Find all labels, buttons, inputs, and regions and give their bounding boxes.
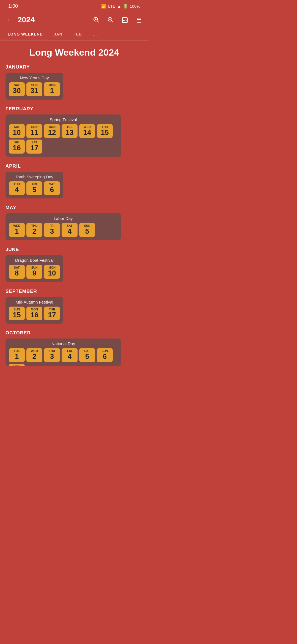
zoom-in-button[interactable] xyxy=(91,15,101,25)
lte-label: LTE xyxy=(108,4,115,9)
day-chip: FRI 3 xyxy=(44,223,60,237)
month-label-april: APRIL xyxy=(6,163,143,169)
month-label-january: JANUARY xyxy=(6,64,143,70)
day-chips: THU 4 FRI 5 SAT 6 xyxy=(9,181,60,195)
holiday-name: Tomb Sweeping Day xyxy=(9,174,60,179)
day-chip: SAT 5 xyxy=(79,348,95,362)
month-label-may: MAY xyxy=(6,205,143,211)
day-chip: FRI 5 xyxy=(26,181,42,195)
day-chip: MON 1 xyxy=(44,82,60,96)
holiday-tomb-sweeping-day: Tomb Sweeping Day THU 4 FRI 5 SAT 6 xyxy=(6,172,63,199)
day-chip: MON 12 xyxy=(44,124,60,138)
holiday-labor-day: Labor Day WED 1 THU 2 FRI 3 SAT 4 xyxy=(6,213,121,240)
zoom-in-icon xyxy=(93,17,100,23)
day-chips: WED 1 THU 2 FRI 3 SAT 4 SUN 5 xyxy=(9,223,118,237)
month-label-september: SEPTEMBER xyxy=(6,289,143,294)
day-chip: MON 16 xyxy=(26,307,42,321)
section-may: MAY Labor Day WED 1 THU 2 FRI 3 SAT 4 xyxy=(6,205,143,240)
day-chip: SAT 6 xyxy=(44,181,60,195)
battery-label: 100% xyxy=(130,4,140,9)
day-chips: SAT 30 SUN 31 MON 1 xyxy=(9,82,60,96)
day-chip: THU 15 xyxy=(97,124,113,138)
day-chip: MON 7 xyxy=(9,364,25,366)
day-chips: SUN 15 MON 16 TUE 17 xyxy=(9,307,60,321)
day-chip: WED 1 xyxy=(9,223,25,237)
section-september: SEPTEMBER Mid-Autumn Festival SUN 15 MON… xyxy=(6,289,143,324)
holiday-name: New Year's Day xyxy=(9,75,60,80)
day-chip: THU 2 xyxy=(26,223,42,237)
day-chip: FRI 16 xyxy=(9,140,25,154)
day-chips: SAT 10 SUN 11 MON 12 TUE 13 WED 14 xyxy=(9,124,118,154)
holiday-new-years-day: New Year's Day SAT 30 SUN 31 MON 1 xyxy=(6,73,63,100)
calendar-view-button[interactable] xyxy=(120,15,130,25)
day-chip: WED 14 xyxy=(79,124,95,138)
day-chip: SUN 5 xyxy=(79,223,95,237)
tab-jan[interactable]: JAN xyxy=(48,29,68,40)
holiday-dragon-boat-festival: Dragon Boat Festival SAT 8 SUN 9 MON 10 xyxy=(6,255,63,282)
svg-line-1 xyxy=(97,21,99,22)
section-april: APRIL Tomb Sweeping Day THU 4 FRI 5 SAT … xyxy=(6,163,143,199)
holiday-spring-festival: Spring Festival SAT 10 SUN 11 MON 12 TUE… xyxy=(6,114,121,157)
day-chip: TUE 17 xyxy=(44,307,60,321)
day-chip: WED 2 xyxy=(26,348,42,362)
holiday-national-day: National Day TUE 1 WED 2 THU 3 FRI 4 xyxy=(6,339,121,366)
holiday-name: Labor Day xyxy=(9,216,118,221)
day-chip: SUN 15 xyxy=(9,307,25,321)
header-title: 2024 xyxy=(18,15,88,24)
header-actions xyxy=(91,15,144,25)
day-chip: SUN 11 xyxy=(26,124,42,138)
svg-rect-12 xyxy=(125,20,125,21)
day-chip: TUE 13 xyxy=(62,124,78,138)
status-icons: 📶 LTE ▲ 🔋 100% xyxy=(101,4,140,9)
signal-icon: ▲ xyxy=(117,4,121,9)
zoom-out-icon xyxy=(107,17,114,23)
section-january: JANUARY New Year's Day SAT 30 SUN 31 MON… xyxy=(6,64,143,100)
list-view-button[interactable] xyxy=(134,15,144,25)
zoom-out-button[interactable] xyxy=(106,15,116,25)
calendar-icon xyxy=(122,17,128,23)
day-chip: FRI 4 xyxy=(62,348,78,362)
section-february: FEBRUARY Spring Festival SAT 10 SUN 11 M… xyxy=(6,106,143,157)
svg-rect-13 xyxy=(126,20,127,21)
holiday-name: Spring Festival xyxy=(9,117,118,122)
day-chip: SUN 31 xyxy=(26,82,42,96)
tab-long-weekend[interactable]: LONG WEEKEND xyxy=(2,29,48,40)
page-title: Long Weekend 2024 xyxy=(6,47,143,58)
day-chips: SAT 8 SUN 9 MON 10 xyxy=(9,265,60,279)
day-chip: TUE 1 xyxy=(9,348,25,362)
day-chip: SAT 10 xyxy=(9,124,25,138)
tabs-bar: LONG WEEKEND JAN FEB … xyxy=(0,29,148,40)
back-button[interactable]: ← xyxy=(4,15,14,25)
battery-icon: 🔋 xyxy=(123,4,128,9)
month-label-june: JUNE xyxy=(6,247,143,252)
day-chip: SAT 17 xyxy=(26,140,42,154)
tab-more[interactable]: … xyxy=(87,29,103,40)
month-label-february: FEBRUARY xyxy=(6,106,143,112)
day-chip: SUN 9 xyxy=(26,265,42,279)
status-bar: 1:00 📶 LTE ▲ 🔋 100% xyxy=(0,0,148,11)
day-chip: MON 10 xyxy=(44,265,60,279)
holiday-name: Mid-Autumn Festival xyxy=(9,300,60,304)
day-chip: SAT 4 xyxy=(62,223,78,237)
day-chip: THU 4 xyxy=(9,181,25,195)
day-chip: SUN 6 xyxy=(97,348,113,362)
wifi-icon: 📶 xyxy=(101,4,106,9)
section-october: OCTOBER National Day TUE 1 WED 2 THU 3 F… xyxy=(6,330,143,367)
day-chip: SAT 8 xyxy=(9,265,25,279)
holiday-name: National Day xyxy=(9,341,118,346)
back-icon: ← xyxy=(6,16,13,24)
main-content: Long Weekend 2024 JANUARY New Year's Day… xyxy=(0,40,148,385)
list-icon xyxy=(136,17,142,23)
tab-feb[interactable]: FEB xyxy=(68,29,87,40)
month-label-october: OCTOBER xyxy=(6,330,143,336)
day-chip: SAT 30 xyxy=(9,82,25,96)
svg-line-5 xyxy=(111,21,113,22)
status-time: 1:00 xyxy=(8,3,18,9)
header: ← 2024 xyxy=(0,11,148,29)
day-chip: THU 3 xyxy=(44,348,60,362)
holiday-name: Dragon Boat Festival xyxy=(9,258,60,263)
section-june: JUNE Dragon Boat Festival SAT 8 SUN 9 MO… xyxy=(6,247,143,282)
day-chips: TUE 1 WED 2 THU 3 FRI 4 SAT 5 xyxy=(9,348,118,366)
svg-rect-11 xyxy=(123,20,124,21)
holiday-mid-autumn-festival: Mid-Autumn Festival SUN 15 MON 16 TUE 17 xyxy=(6,297,63,324)
